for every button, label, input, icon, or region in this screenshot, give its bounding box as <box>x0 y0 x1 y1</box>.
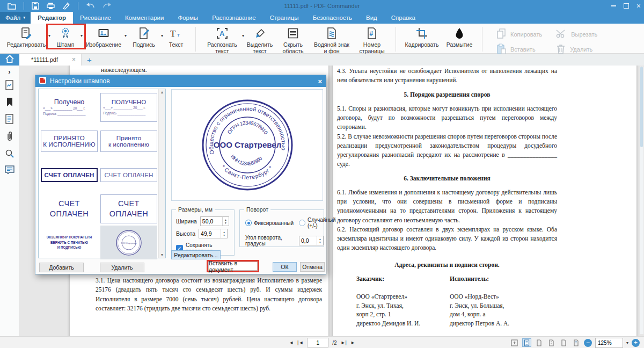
angle-input[interactable] <box>299 236 317 245</box>
stamp-item-round-seal-selected[interactable]: ООО Стартревел <box>100 226 157 259</box>
image-button[interactable]: Изображение ▾ <box>82 26 125 48</box>
highlight-text-button[interactable]: Выделить текст <box>244 26 276 55</box>
recognize-text-button[interactable]: A Распознать текст ▾ <box>202 26 243 55</box>
stamp-list-scrollbar[interactable]: ▲ ▼ <box>158 89 165 258</box>
comments-panel-icon[interactable] <box>5 165 14 176</box>
width-input[interactable] <box>201 217 222 226</box>
copy-button[interactable]: Копировать <box>496 28 542 40</box>
file-menu-button[interactable]: Файл ▾ <box>0 12 31 24</box>
bookmarks-icon[interactable] <box>5 97 14 109</box>
page-preview-icon[interactable] <box>5 80 14 92</box>
save-icon[interactable] <box>32 2 39 10</box>
stamp-item-received[interactable]: Получено «___» __________ 20___ г. Подпи… <box>41 93 98 122</box>
stamp-item-accepted[interactable]: Принято к исполнению <box>100 130 157 152</box>
menu-tab-comments[interactable]: Комментарии <box>118 12 171 24</box>
round-seal-thumbnail-icon: ООО Стартревел <box>115 229 142 256</box>
stamp-button[interactable]: Штамп ▾ <box>50 26 81 48</box>
stamp-item-paid-two-line[interactable]: СЧЕТ ОПЛАЧЕН <box>41 194 98 223</box>
continuous-view-icon[interactable] <box>522 338 531 347</box>
menu-tab-drawing[interactable]: Рисование <box>73 12 118 24</box>
cut-button[interactable]: Вырезать <box>556 28 597 40</box>
scroll-down-icon[interactable]: ▼ <box>160 253 164 257</box>
prev-page-button[interactable]: |◄ <box>297 340 303 345</box>
insert-into-document-button[interactable]: Вставить в документ <box>208 262 258 271</box>
scroll-view-icon[interactable] <box>572 338 581 347</box>
book-view-icon[interactable] <box>559 338 568 347</box>
spin-down-icon[interactable]: ▾ <box>319 241 321 244</box>
height-stepper[interactable]: ▴▾ <box>199 229 228 238</box>
angle-stepper[interactable]: ▴▾ <box>299 236 324 245</box>
single-page-view-icon[interactable] <box>535 338 544 347</box>
menu-tab-pages[interactable]: Страницы <box>263 12 306 24</box>
print-icon[interactable] <box>47 2 55 10</box>
page-thumbnails-icon[interactable] <box>5 114 14 126</box>
add-stamp-button[interactable]: Добавить <box>39 263 84 272</box>
document-tab[interactable]: *11111.pdf × <box>19 54 82 66</box>
ok-button[interactable]: ОК <box>273 262 297 272</box>
stamp-item-accepted-caps[interactable]: ПРИНЯТО К ИСПОЛНЕНИЮ <box>41 130 98 152</box>
crop-button[interactable]: Кадрировать <box>402 26 442 48</box>
scroll-up-icon[interactable]: ▲ <box>160 90 164 94</box>
scrollbar-thumb[interactable] <box>640 67 643 147</box>
close-dialog-button[interactable]: × <box>318 77 322 85</box>
home-button[interactable] <box>0 54 19 66</box>
close-window-button[interactable]: × <box>636 2 641 10</box>
customer-line: директоо Демидов И. И. <box>356 319 444 328</box>
stamp-item-paid-two-line-border[interactable]: СЧЕТ ОПЛАЧЕН <box>100 194 157 223</box>
search-icon[interactable] <box>5 149 14 161</box>
attachments-icon[interactable] <box>6 131 13 144</box>
cancel-button[interactable]: Отмена <box>300 262 325 272</box>
last-page-button[interactable]: ► <box>350 340 355 345</box>
stamp-item-paid-bold[interactable]: СЧЕТ ОПЛАЧЕН <box>41 168 98 182</box>
stamp-item-buyer-copy[interactable]: ЭКЗЕМПЛЯР ПОКУПАТЕЛЯ ВЕРНУТЬ С ПЕЧАТЬЮ И… <box>41 228 98 257</box>
page-number-input[interactable] <box>307 338 328 347</box>
fixed-rotation-radio[interactable] <box>245 220 252 226</box>
chevron-down-icon: ▾ <box>23 16 25 20</box>
height-input[interactable] <box>199 229 221 238</box>
zoom-out-button[interactable]: − <box>584 339 592 347</box>
quick-stamp-icon[interactable] <box>62 2 70 10</box>
menu-tab-editor[interactable]: Редактор <box>31 12 73 24</box>
edit-stamp-button[interactable]: Редактировать... <box>171 250 221 259</box>
expand-sidebar-icon[interactable]: › <box>8 68 10 75</box>
spin-down-icon[interactable]: ▾ <box>223 234 225 237</box>
two-page-view-icon[interactable] <box>547 338 556 347</box>
next-page-button[interactable]: ►| <box>341 340 347 345</box>
signature-button[interactable]: Подпись ▾ <box>126 26 162 48</box>
edit-button[interactable]: Редактировать ▾ <box>4 26 49 48</box>
view-and-zoom-controls: − ▾ + <box>510 337 640 348</box>
fit-page-view-icon[interactable] <box>510 338 519 347</box>
menu-tab-forms[interactable]: Формы <box>171 12 205 24</box>
stamp-item-received-caps[interactable]: ПОЛУЧЕНО «___» __________ 20___ г. Подпи… <box>100 93 157 122</box>
spin-down-icon[interactable]: ▾ <box>225 221 226 224</box>
watermark-button[interactable]: Водяной знак и фон <box>310 26 353 55</box>
zoom-level-input[interactable] <box>595 338 623 348</box>
minimize-button[interactable] <box>611 5 616 6</box>
open-file-icon[interactable] <box>8 3 16 10</box>
signature-icon <box>137 26 150 41</box>
text-button[interactable]: Tт Текст <box>163 26 189 48</box>
document-scrollbar[interactable] <box>640 67 643 334</box>
menu-tab-security[interactable]: Безопасность <box>306 12 359 24</box>
blur-button[interactable]: Размытие <box>443 26 476 48</box>
width-stepper[interactable]: ▴▾ <box>200 216 229 226</box>
redo-icon[interactable] <box>103 3 112 9</box>
dialog-title-bar[interactable]: Настройки штампов × <box>35 75 326 87</box>
undo-icon[interactable] <box>86 3 95 9</box>
zoom-dropdown-icon[interactable]: ▾ <box>626 340 628 345</box>
zoom-in-button[interactable]: + <box>632 339 640 347</box>
menu-tab-view[interactable]: Вид <box>359 12 384 24</box>
menu-tab-recognition[interactable]: Распознавание <box>205 12 263 24</box>
maximize-button[interactable] <box>624 3 629 9</box>
stamp-item-paid[interactable]: СЧЕТ ОПЛАЧЕН <box>100 168 157 182</box>
close-tab-icon[interactable]: × <box>72 56 76 63</box>
hide-area-button[interactable]: Скрыть область <box>277 26 309 55</box>
first-page-button[interactable]: ◄ <box>289 340 294 345</box>
page-number-button[interactable]: # Номер страницы <box>354 26 390 55</box>
svg-text:T: T <box>170 28 176 39</box>
new-tab-button[interactable]: + <box>82 54 97 66</box>
random-rotation-radio[interactable] <box>299 220 305 226</box>
delete-stamp-button[interactable]: Удалить <box>100 263 144 272</box>
document-page-right[interactable]: 4.3. Уплата неустойки не освобождает Исп… <box>333 66 636 336</box>
menu-tab-help[interactable]: Справка <box>384 12 422 24</box>
